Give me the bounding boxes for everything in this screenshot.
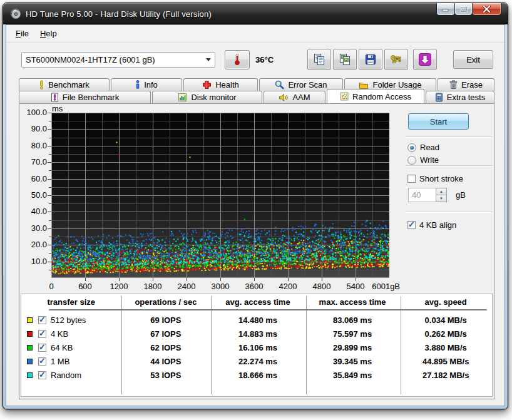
row-checkbox[interactable] — [38, 316, 46, 324]
update-button[interactable] — [413, 49, 437, 70]
avg-speed-value: 3.880 MB/s — [399, 343, 492, 352]
copy-text-button[interactable] — [307, 49, 331, 70]
short-stroke-size-stepper: 40 ▲ ▼ — [408, 188, 447, 202]
short-stroke-unit-label: gB — [456, 190, 466, 200]
benchmark-icon — [39, 80, 44, 90]
erase-icon — [449, 80, 458, 90]
tab-erase[interactable]: Erase — [438, 78, 494, 91]
maximize-button[interactable] — [454, 3, 473, 16]
copy-text-icon — [313, 53, 325, 66]
row-checkbox[interactable] — [38, 371, 46, 379]
x-tick-label: 600 — [78, 282, 92, 291]
tab-aam[interactable]: AAM — [264, 91, 325, 103]
menu-file[interactable]: File — [10, 26, 34, 41]
row-checkbox[interactable] — [38, 344, 46, 352]
col-header-max-access: max. access time — [305, 297, 400, 307]
tab-info[interactable]: Info — [111, 78, 182, 91]
options-keys-icon — [389, 53, 403, 66]
temperature-button[interactable] — [225, 50, 250, 69]
separator — [406, 165, 493, 166]
x-tick-label: 6001gB — [372, 282, 400, 291]
col-header-avg-access: avg. access time — [210, 297, 305, 307]
info-icon — [135, 80, 140, 90]
separator — [406, 212, 493, 213]
tab-strip: Benchmark Info Health Error Scan — [19, 78, 494, 103]
save-button[interactable] — [359, 49, 382, 70]
tab-disk-monitor[interactable]: Disk monitor — [152, 91, 262, 103]
save-icon — [364, 53, 377, 66]
y-tick-label: 60.0 — [21, 174, 47, 184]
ops-value: 53 IOPS — [121, 371, 211, 380]
y-tick-label: 80.0 — [21, 141, 47, 151]
minimize-button[interactable] — [436, 3, 455, 16]
x-tick-label: 3600 — [245, 282, 263, 291]
drive-selector[interactable]: ST6000NM0024-1HT17Z (6001 gB) — [21, 52, 215, 68]
x-tick-label: 4800 — [312, 282, 330, 291]
row-label: 512 bytes — [51, 315, 86, 325]
options-button[interactable] — [384, 49, 408, 70]
tab-file-benchmark[interactable]: File Benchmark — [19, 91, 151, 103]
update-icon — [418, 53, 432, 66]
menu-help[interactable]: Help — [34, 26, 63, 41]
x-tick-label: 1200 — [110, 282, 128, 291]
write-radio[interactable]: Write — [407, 155, 439, 165]
ops-value: 67 IOPS — [121, 329, 211, 339]
tab-row-2: File Benchmark Disk monitor AAM Ran — [19, 91, 494, 103]
col-header-operations: operations / sec — [121, 297, 211, 307]
checkbox-icon — [407, 175, 416, 183]
row-label: Random — [51, 371, 81, 380]
row-checkbox[interactable] — [38, 330, 46, 338]
spinner-down-button[interactable]: ▼ — [436, 195, 447, 202]
client-area: File Help ST6000NM0024-1HT17Z (6001 gB) — [6, 24, 505, 406]
row-checkbox[interactable] — [38, 357, 46, 366]
chevron-down-icon — [206, 58, 211, 61]
avg-access-value: 16.106 ms — [210, 343, 305, 352]
col-header-transfer-size: transfer size — [21, 297, 121, 307]
copy-image-button[interactable] — [333, 49, 357, 70]
avg-speed-value: 27.182 MB/s — [399, 371, 492, 380]
short-stroke-checkbox[interactable]: Short stroke — [407, 174, 463, 183]
x-tick-label: 0 — [49, 282, 53, 291]
disk-monitor-icon — [178, 93, 187, 102]
4kb-align-checkbox[interactable]: 4 KB align — [407, 220, 456, 230]
window-title: HD Tune Pro 5.00 - Hard Disk Utility (Fu… — [26, 9, 212, 19]
y-tick-label: 30.0 — [21, 223, 47, 233]
col-header-avg-speed: avg. speed — [399, 297, 492, 307]
short-stroke-size-input[interactable]: 40 — [408, 188, 436, 202]
y-tick-label: 10.0 — [21, 257, 47, 267]
avg-speed-value: 0.262 MB/s — [399, 329, 492, 339]
health-icon — [202, 80, 212, 90]
x-tick-label: 4200 — [279, 282, 297, 291]
random-access-panel: ms 100.090.080.070.060.050.040.030.020.0… — [19, 103, 494, 399]
series-color-swatch — [27, 372, 33, 378]
table-row: 512 bytes 69 IOPS 14.480 ms 83.069 ms 0.… — [21, 314, 492, 327]
table-row: 1 MB 44 IOPS 22.274 ms 39.345 ms 44.895 … — [21, 355, 492, 368]
y-tick-label: 20.0 — [21, 240, 47, 250]
tab-extra-tests[interactable]: Extra tests — [426, 91, 494, 103]
tab-health[interactable]: Health — [183, 78, 258, 91]
aam-speaker-icon — [279, 93, 289, 102]
start-button[interactable]: Start — [408, 113, 469, 130]
table-header-row: transfer size operations / sec avg. acce… — [21, 297, 492, 307]
exit-button[interactable]: Exit — [453, 50, 493, 69]
access-time-scatter-plot — [48, 113, 389, 282]
max-access-value: 35.849 ms — [305, 371, 400, 380]
avg-access-value: 14.883 ms — [210, 329, 305, 339]
y-tick-label: 50.0 — [21, 190, 47, 200]
read-radio[interactable]: Read — [407, 143, 439, 152]
radio-icon — [407, 143, 416, 152]
avg-speed-value: 0.034 MB/s — [399, 315, 492, 325]
radio-icon — [407, 156, 416, 165]
max-access-value: 39.345 ms — [305, 357, 400, 366]
tab-random-access[interactable]: Random Access — [327, 89, 424, 103]
toolbar: ST6000NM0024-1HT17Z (6001 gB) 36°C — [6, 43, 504, 76]
x-tick-label: 3000 — [211, 282, 229, 291]
tab-benchmark[interactable]: Benchmark — [19, 78, 110, 91]
close-button[interactable] — [472, 3, 501, 16]
y-tick-label: 40.0 — [21, 207, 47, 217]
x-tick-label: 5400 — [346, 282, 364, 291]
avg-access-value: 22.274 ms — [210, 357, 305, 366]
avg-access-value: 14.480 ms — [210, 315, 305, 325]
temperature-value: 36°C — [255, 55, 274, 64]
separator — [406, 136, 493, 138]
